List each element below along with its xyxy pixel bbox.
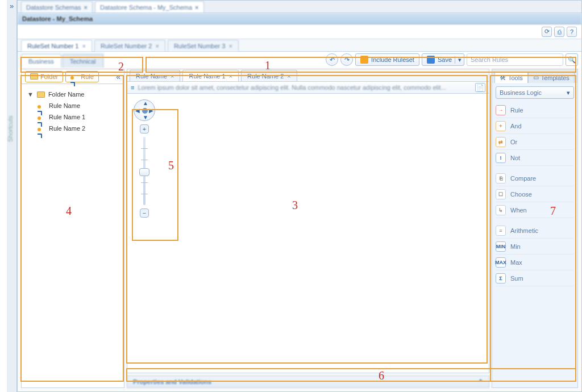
tree-rule[interactable]: Rule Name 2 xyxy=(25,123,120,134)
tool-arithmetic[interactable]: ≡Arithmetic xyxy=(496,223,574,239)
tool-icon: ↳ xyxy=(496,205,506,215)
tool-label: Rule xyxy=(510,107,523,114)
tree-folder[interactable]: ▼Folder Name xyxy=(25,89,120,100)
tool-icon: MIN xyxy=(496,241,506,252)
pan-up-icon[interactable]: ▲ xyxy=(143,100,148,106)
tool-icon: + xyxy=(496,121,506,131)
menu-icon[interactable]: ≡ xyxy=(131,84,134,91)
ruleset-tab-3[interactable]: RuleSet Number 3× xyxy=(168,40,239,51)
disclosure-icon[interactable]: ▼ xyxy=(27,91,34,98)
zoom-in-button[interactable]: + xyxy=(140,124,149,134)
shortcuts-sidebar[interactable]: » xyxy=(7,0,17,392)
rule-canvas[interactable]: ▲ ▼ ◀ ▶ + − xyxy=(127,94,489,373)
tool-label: Min xyxy=(510,243,521,250)
zoom-out-button[interactable]: − xyxy=(140,208,149,218)
save-icon xyxy=(427,56,435,64)
ruleset-tabs: RuleSet Number 1× RuleSet Number 2× Rule… xyxy=(18,39,581,52)
close-icon[interactable]: × xyxy=(229,73,232,80)
app-toolbar: ⟳ ⎙ ? xyxy=(18,24,581,39)
search-input[interactable]: Search Rules xyxy=(467,53,563,66)
rule-tab[interactable]: Rule Name 1× xyxy=(182,70,239,81)
rule-canvas-panel: Rule Name× Rule Name 1× Rule Name 2× ≡ L… xyxy=(127,69,489,388)
close-icon[interactable]: × xyxy=(171,73,174,80)
redo-button[interactable]: ↷ xyxy=(340,53,353,66)
tool-min[interactable]: MINMin xyxy=(496,239,574,255)
tab-label: Templates xyxy=(541,74,569,81)
tool-label: Max xyxy=(510,259,522,266)
expand-shortcuts-icon[interactable]: » xyxy=(10,2,14,10)
rule-tab[interactable]: Rule Name× xyxy=(130,70,180,81)
tools-tab[interactable]: 🛠Tools xyxy=(494,72,528,83)
tool-icon: Σ xyxy=(496,273,506,283)
tree-rule[interactable]: Rule Name xyxy=(25,100,120,111)
tool-not[interactable]: !Not xyxy=(496,150,574,166)
help-button[interactable]: ? xyxy=(567,27,577,37)
button-label: Include Ruleset xyxy=(371,56,414,63)
zoom-slider[interactable] xyxy=(143,137,146,205)
save-button[interactable]: Save ▾ xyxy=(422,53,464,66)
close-icon[interactable]: × xyxy=(287,73,290,80)
tool-max[interactable]: MAXMax xyxy=(496,255,574,270)
refresh-button[interactable]: ⟳ xyxy=(542,27,552,37)
body: Folder Rule « ▼Folder Name Rule Name Rul… xyxy=(18,69,581,391)
tool-icon: MAX xyxy=(496,257,506,268)
collapse-tree-icon[interactable]: « xyxy=(116,72,120,81)
expand-properties-icon[interactable]: ⌃ xyxy=(478,378,483,386)
print-button[interactable]: ⎙ xyxy=(554,27,564,37)
tool-category-dropdown[interactable]: Business Logic ▾ xyxy=(496,86,574,99)
main-window: Datastore Schemas × Datastore Schema - M… xyxy=(17,0,582,392)
tool-choose[interactable]: ☐Choose xyxy=(496,186,574,202)
documentation-button[interactable]: 📄 xyxy=(475,83,485,92)
tool-when[interactable]: ↳When xyxy=(496,202,574,218)
rule-icon xyxy=(38,126,45,131)
tree-rule[interactable]: Rule Name 1 xyxy=(25,111,120,123)
technical-tab[interactable]: Technical xyxy=(63,54,103,68)
tool-or[interactable]: ⇄Or xyxy=(496,134,574,150)
tool-label: Compare xyxy=(510,175,536,182)
close-icon[interactable]: × xyxy=(84,4,88,11)
tool-label: Arithmetic xyxy=(510,227,538,234)
templates-tab[interactable]: ▭Templates xyxy=(528,72,575,83)
tool-icon: ! xyxy=(496,153,506,163)
rule-icon xyxy=(38,103,45,109)
close-icon[interactable]: × xyxy=(195,4,198,11)
include-icon xyxy=(360,56,368,64)
properties-bar[interactable]: Properties and Validations ⌃ xyxy=(127,376,489,388)
new-rule-button[interactable]: Rule xyxy=(65,71,99,82)
tool-icon: ☐ xyxy=(496,189,506,199)
tool-sum[interactable]: ΣSum xyxy=(496,270,574,286)
tool-compare[interactable]: ⎘Compare xyxy=(496,170,574,186)
folder-icon xyxy=(30,73,38,80)
tool-icon: → xyxy=(496,105,506,115)
new-folder-button[interactable]: Folder xyxy=(25,71,63,82)
tools-tabs: 🛠Tools ▭Templates xyxy=(492,69,577,83)
editor-tab-schemas[interactable]: Datastore Schemas × xyxy=(21,1,93,12)
close-icon[interactable]: × xyxy=(228,43,232,49)
search-button[interactable]: 🔍 xyxy=(566,53,578,66)
button-label: Save xyxy=(438,56,452,63)
tool-rule[interactable]: →Rule xyxy=(496,102,574,118)
command-buttons: ↶ ↷ Include Ruleset Save ▾ Search Rules … xyxy=(322,52,581,68)
folder-label: Folder Name xyxy=(48,91,85,98)
undo-button[interactable]: ↶ xyxy=(326,53,338,66)
compass-center-icon xyxy=(142,108,148,114)
ruleset-tab-2[interactable]: RuleSet Number 2× xyxy=(94,40,165,51)
tool-and[interactable]: +And xyxy=(496,118,574,134)
pan-compass[interactable]: ▲ ▼ ◀ ▶ xyxy=(134,99,155,121)
rule-tabs: Rule Name× Rule Name 1× Rule Name 2× xyxy=(127,69,489,81)
rule-tab[interactable]: Rule Name 2× xyxy=(241,70,297,81)
tools-panel: 🛠Tools ▭Templates Business Logic ▾ →Rule… xyxy=(492,69,578,388)
rule-description: Lorem ipsum dolor sit amet, consectetur … xyxy=(138,84,472,91)
save-dropdown[interactable]: ▾ xyxy=(455,56,464,64)
editor-tab-schema[interactable]: Datastore Schema - My_Schema × xyxy=(95,1,203,12)
ruleset-tab-1[interactable]: RuleSet Number 1× xyxy=(21,40,92,51)
pan-right-icon[interactable]: ▶ xyxy=(149,107,153,114)
close-icon[interactable]: × xyxy=(82,43,86,49)
business-tab[interactable]: Business xyxy=(21,54,61,68)
tool-icon: ⎘ xyxy=(496,173,506,184)
zoom-thumb[interactable] xyxy=(139,168,149,176)
pan-left-icon[interactable]: ◀ xyxy=(135,107,140,114)
pan-down-icon[interactable]: ▼ xyxy=(143,114,148,120)
include-ruleset-button[interactable]: Include Ruleset xyxy=(355,53,419,66)
close-icon[interactable]: × xyxy=(155,43,159,49)
